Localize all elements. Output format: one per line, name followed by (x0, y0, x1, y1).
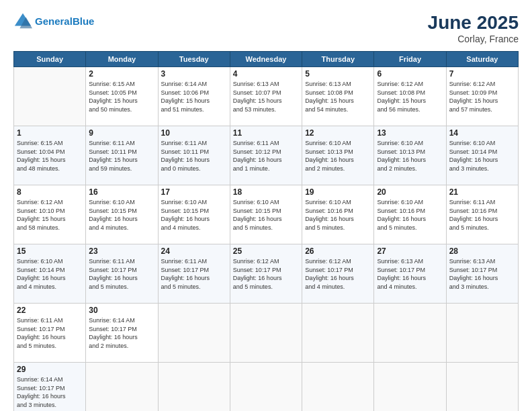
calendar-week: 2Sunrise: 6:15 AM Sunset: 10:05 PM Dayli… (14, 67, 519, 126)
calendar-cell (374, 363, 446, 412)
day-info: Sunrise: 6:11 AM Sunset: 10:17 PM Daylig… (161, 257, 227, 291)
calendar-cell (158, 304, 230, 363)
month-year: June 2025 (428, 12, 519, 34)
day-info: Sunrise: 6:10 AM Sunset: 10:16 PM Daylig… (377, 198, 443, 232)
calendar-week: 22Sunrise: 6:11 AM Sunset: 10:17 PM Dayl… (14, 304, 519, 363)
day-number: 1 (17, 128, 83, 138)
calendar-cell: 16Sunrise: 6:10 AM Sunset: 10:15 PM Dayl… (86, 185, 158, 244)
day-number: 2 (89, 69, 154, 79)
calendar-cell: 2Sunrise: 6:15 AM Sunset: 10:05 PM Dayli… (86, 67, 158, 126)
calendar-cell: 4Sunrise: 6:13 AM Sunset: 10:07 PM Dayli… (230, 67, 302, 126)
calendar-cell (302, 363, 374, 412)
calendar-cell: 1Sunrise: 6:15 AM Sunset: 10:04 PM Dayli… (14, 126, 86, 185)
calendar-cell: 23Sunrise: 6:11 AM Sunset: 10:17 PM Dayl… (86, 244, 158, 304)
calendar-week: 29Sunrise: 6:14 AM Sunset: 10:17 PM Dayl… (14, 363, 519, 412)
calendar-body: 2Sunrise: 6:15 AM Sunset: 10:05 PM Dayli… (14, 67, 519, 412)
day-number: 16 (89, 187, 154, 197)
weekday-header: Saturday (446, 52, 518, 67)
day-info: Sunrise: 6:12 AM Sunset: 10:17 PM Daylig… (305, 257, 371, 291)
day-number: 8 (17, 187, 83, 197)
calendar-cell (446, 304, 518, 363)
day-info: Sunrise: 6:15 AM Sunset: 10:05 PM Daylig… (89, 80, 154, 113)
calendar-week: 1Sunrise: 6:15 AM Sunset: 10:04 PM Dayli… (14, 126, 519, 185)
title-block: June 2025 Corlay, France (428, 12, 519, 44)
calendar-cell (230, 363, 302, 412)
calendar-cell: 25Sunrise: 6:12 AM Sunset: 10:17 PM Dayl… (230, 244, 302, 304)
day-number: 6 (377, 69, 443, 79)
logo-line1: General (35, 15, 73, 27)
day-number: 22 (17, 306, 83, 315)
calendar-cell (374, 304, 446, 363)
day-number: 13 (377, 128, 443, 138)
calendar-cell (14, 67, 86, 126)
calendar-cell: 3Sunrise: 6:14 AM Sunset: 10:06 PM Dayli… (158, 67, 230, 126)
day-info: Sunrise: 6:14 AM Sunset: 10:06 PM Daylig… (161, 80, 227, 113)
day-number: 29 (17, 365, 83, 374)
weekday-header: Monday (86, 52, 158, 67)
day-number: 14 (449, 128, 515, 138)
calendar-cell: 30Sunrise: 6:14 AM Sunset: 10:17 PM Dayl… (86, 304, 158, 363)
calendar-cell: 13Sunrise: 6:10 AM Sunset: 10:13 PM Dayl… (374, 126, 446, 185)
day-number: 21 (449, 187, 515, 197)
calendar-cell: 8Sunrise: 6:12 AM Sunset: 10:10 PM Dayli… (14, 185, 86, 244)
calendar-cell: 11Sunrise: 6:11 AM Sunset: 10:12 PM Dayl… (230, 126, 302, 185)
logo-icon (13, 12, 32, 31)
logo-line2: Blue (73, 15, 95, 27)
logo: GeneralBlue (13, 12, 94, 31)
day-info: Sunrise: 6:11 AM Sunset: 10:11 PM Daylig… (161, 139, 227, 173)
day-number: 17 (161, 187, 227, 197)
page: GeneralBlue June 2025 Corlay, France Sun… (0, 0, 532, 411)
day-number: 25 (233, 246, 299, 256)
day-info: Sunrise: 6:11 AM Sunset: 10:17 PM Daylig… (89, 257, 154, 291)
day-info: Sunrise: 6:13 AM Sunset: 10:17 PM Daylig… (377, 257, 443, 291)
calendar-cell (302, 304, 374, 363)
day-info: Sunrise: 6:15 AM Sunset: 10:04 PM Daylig… (17, 139, 83, 173)
day-number: 4 (233, 69, 299, 79)
day-number: 10 (161, 128, 227, 138)
calendar-cell: 28Sunrise: 6:13 AM Sunset: 10:17 PM Dayl… (446, 244, 518, 304)
day-info: Sunrise: 6:10 AM Sunset: 10:15 PM Daylig… (233, 198, 299, 232)
calendar-cell (230, 304, 302, 363)
calendar-cell: 15Sunrise: 6:10 AM Sunset: 10:14 PM Dayl… (14, 244, 86, 304)
weekday-header: Thursday (302, 52, 374, 67)
day-info: Sunrise: 6:13 AM Sunset: 10:17 PM Daylig… (449, 257, 515, 291)
day-number: 20 (377, 187, 443, 197)
weekday-header: Friday (374, 52, 446, 67)
calendar-cell (86, 363, 158, 412)
calendar-cell: 14Sunrise: 6:10 AM Sunset: 10:14 PM Dayl… (446, 126, 518, 185)
day-info: Sunrise: 6:11 AM Sunset: 10:12 PM Daylig… (233, 139, 299, 173)
calendar-cell: 19Sunrise: 6:10 AM Sunset: 10:16 PM Dayl… (302, 185, 374, 244)
calendar-cell: 18Sunrise: 6:10 AM Sunset: 10:15 PM Dayl… (230, 185, 302, 244)
calendar-cell: 29Sunrise: 6:14 AM Sunset: 10:17 PM Dayl… (14, 363, 86, 412)
day-info: Sunrise: 6:12 AM Sunset: 10:09 PM Daylig… (449, 80, 515, 113)
calendar-cell: 21Sunrise: 6:11 AM Sunset: 10:16 PM Dayl… (446, 185, 518, 244)
day-number: 7 (449, 69, 515, 79)
day-info: Sunrise: 6:14 AM Sunset: 10:17 PM Daylig… (17, 375, 83, 409)
day-number: 15 (17, 246, 83, 256)
day-number: 24 (161, 246, 227, 256)
calendar-week: 8Sunrise: 6:12 AM Sunset: 10:10 PM Dayli… (14, 185, 519, 244)
calendar-cell: 12Sunrise: 6:10 AM Sunset: 10:13 PM Dayl… (302, 126, 374, 185)
day-number: 27 (377, 246, 443, 256)
day-number: 3 (161, 69, 227, 79)
weekday-header: Wednesday (230, 52, 302, 67)
day-info: Sunrise: 6:12 AM Sunset: 10:08 PM Daylig… (377, 80, 443, 113)
calendar-cell: 10Sunrise: 6:11 AM Sunset: 10:11 PM Dayl… (158, 126, 230, 185)
calendar-cell: 26Sunrise: 6:12 AM Sunset: 10:17 PM Dayl… (302, 244, 374, 304)
calendar-cell: 22Sunrise: 6:11 AM Sunset: 10:17 PM Dayl… (14, 304, 86, 363)
calendar-cell: 20Sunrise: 6:10 AM Sunset: 10:16 PM Dayl… (374, 185, 446, 244)
calendar-week: 15Sunrise: 6:10 AM Sunset: 10:14 PM Dayl… (14, 244, 519, 304)
calendar-header: SundayMondayTuesdayWednesdayThursdayFrid… (14, 52, 519, 67)
day-info: Sunrise: 6:10 AM Sunset: 10:15 PM Daylig… (161, 198, 227, 232)
day-info: Sunrise: 6:10 AM Sunset: 10:14 PM Daylig… (17, 257, 83, 291)
calendar-cell (158, 363, 230, 412)
weekday-header: Tuesday (158, 52, 230, 67)
day-number: 28 (449, 246, 515, 256)
calendar-cell: 7Sunrise: 6:12 AM Sunset: 10:09 PM Dayli… (446, 67, 518, 126)
day-number: 11 (233, 128, 299, 138)
day-info: Sunrise: 6:10 AM Sunset: 10:13 PM Daylig… (377, 139, 443, 173)
day-number: 18 (233, 187, 299, 197)
header: GeneralBlue June 2025 Corlay, France (13, 12, 519, 44)
day-number: 26 (305, 246, 371, 256)
logo-text: GeneralBlue (35, 16, 94, 28)
